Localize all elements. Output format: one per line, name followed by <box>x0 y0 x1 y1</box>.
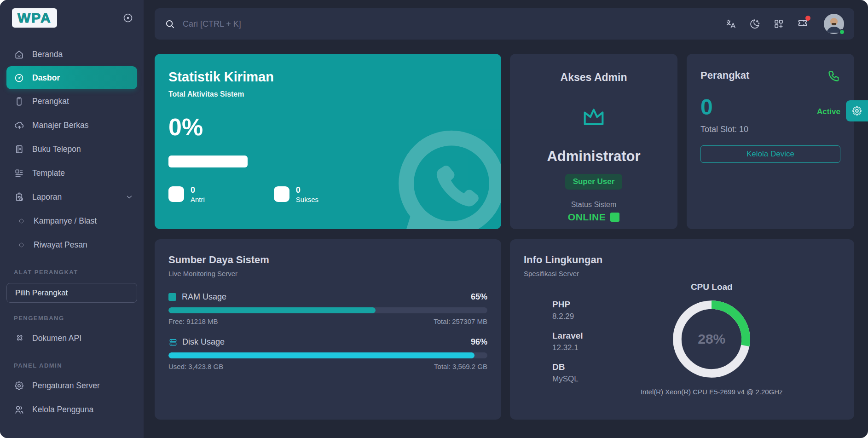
ram-percent: 65% <box>471 292 487 302</box>
sidebar-item-label: Perangkat <box>32 97 69 106</box>
device-count: 0 <box>700 96 713 118</box>
spec-php: PHP 8.2.29 <box>552 300 583 321</box>
online-text: ONLINE <box>568 212 606 223</box>
kelola-device-button[interactable]: Kelola Device <box>700 145 840 163</box>
disk-icon <box>168 338 178 347</box>
sidebar-item-label: Pengaturan Server <box>32 381 100 391</box>
sidebar-item-template[interactable]: Template <box>0 161 144 185</box>
cpu-donut: 28% <box>672 300 751 379</box>
app-logo[interactable]: WPA <box>12 8 57 28</box>
sidebar-item-label: Kampanye / Blast <box>34 216 97 226</box>
info-lingkungan-card: Info Lingkungan Spesifikasi Server PHP 8… <box>510 239 854 420</box>
phone-icon <box>827 69 840 82</box>
sidebar: WPA Beranda Dasbor Perangkat Manajer Ber… <box>0 0 144 438</box>
avatar[interactable] <box>824 14 844 34</box>
statistik-title: Statistik Kiriman <box>168 69 487 85</box>
circle-icon <box>18 242 24 248</box>
sidebar-toggle-icon[interactable] <box>122 12 133 23</box>
section-panel-admin: PANEL ADMIN <box>0 350 144 374</box>
super-user-badge: Super User <box>565 174 623 190</box>
sidebar-item-label: Template <box>32 168 65 178</box>
spec-db: DB MySQL <box>552 362 583 384</box>
disk-label: Disk Usage <box>182 337 225 347</box>
topbar <box>155 8 854 40</box>
sidebar-menu: Beranda Dasbor Perangkat Manajer Berkas … <box>0 42 144 421</box>
sidebar-item-label: Beranda <box>32 50 63 59</box>
settings-fab[interactable] <box>846 100 868 121</box>
device-select[interactable]: Pilih Perangkat <box>6 283 137 303</box>
sidebar-item-label: Kelola Pengguna <box>32 405 93 415</box>
spec-laravel: Laravel 12.32.1 <box>552 331 583 352</box>
sidebar-item-label: Riwayat Pesan <box>34 240 87 250</box>
sumber-subtitle: Live Monitoring Server <box>168 270 487 277</box>
sidebar-item-riwayat-pesan[interactable]: Riwayat Pesan <box>0 233 144 257</box>
ram-free: Free: 91218 MB <box>168 317 218 325</box>
perangkat-card: Perangkat 0 Active Total Slot: 10 Kelola… <box>687 54 854 229</box>
admin-role: Administrator <box>547 148 640 165</box>
sidebar-header: WPA <box>0 0 144 32</box>
report-clock-icon <box>14 192 24 202</box>
server-specs: PHP 8.2.29 Laravel 12.32.1 DB MySQL <box>552 300 583 396</box>
home-icon <box>14 49 24 60</box>
topbar-actions <box>725 14 844 34</box>
gear-icon <box>14 380 24 391</box>
sidebar-item-dokumen-api[interactable]: Dokumen API <box>0 326 144 350</box>
template-icon <box>14 168 24 179</box>
info-subtitle: Spesifikasi Server <box>524 270 840 277</box>
app-root: WPA Beranda Dasbor Perangkat Manajer Ber… <box>0 0 868 438</box>
sumber-daya-card: Sumber Daya Sistem Live Monitoring Serve… <box>155 239 501 420</box>
sidebar-item-pengaturan-server[interactable]: Pengaturan Server <box>0 374 144 398</box>
online-square-icon <box>610 213 619 222</box>
sidebar-item-kampanye-blast[interactable]: Kampanye / Blast <box>0 209 144 233</box>
crown-icon <box>580 103 607 130</box>
ram-label: RAM Usage <box>182 292 226 302</box>
gear-icon <box>851 105 862 116</box>
sidebar-item-beranda[interactable]: Beranda <box>0 42 144 66</box>
sidebar-item-label: Manajer Berkas <box>32 121 89 130</box>
search-box[interactable] <box>165 19 725 29</box>
apps-plus-icon[interactable] <box>773 18 784 29</box>
contact-book-icon <box>14 144 24 155</box>
notification-dot <box>805 16 810 21</box>
search-input[interactable] <box>183 19 376 29</box>
gauge-icon <box>14 73 24 83</box>
device-active-label: Active <box>817 107 840 116</box>
sidebar-item-label: Dokumen API <box>32 334 81 343</box>
sidebar-item-laporan[interactable]: Laporan <box>0 185 144 209</box>
moon-stars-icon[interactable] <box>749 18 760 29</box>
stat-square-icon <box>274 186 289 202</box>
sidebar-item-buku-telepon[interactable]: Buku Telepon <box>0 137 144 161</box>
sidebar-item-manajer-berkas[interactable]: Manajer Berkas <box>0 113 144 137</box>
sidebar-item-label: Laporan <box>32 192 117 202</box>
cpu-percent: 28% <box>672 300 751 379</box>
sidebar-item-perangkat[interactable]: Perangkat <box>0 89 144 113</box>
disk-progress-fill <box>168 352 475 358</box>
chevron-down-icon <box>125 193 133 201</box>
users-icon <box>14 404 24 415</box>
ram-total: Total: 257307 MB <box>434 317 487 325</box>
sidebar-item-dasbor[interactable]: Dasbor <box>6 66 137 89</box>
stat-antri-label: Antri <box>191 196 205 203</box>
akses-title: Akses Admin <box>561 71 627 84</box>
sidebar-item-label: Dasbor <box>32 73 60 83</box>
info-title: Info Lingkungan <box>524 254 840 266</box>
disk-total: Total: 3,569.2 GB <box>434 363 487 370</box>
circle-icon <box>18 218 24 224</box>
language-icon[interactable] <box>725 18 736 29</box>
statistik-kiriman-card: Statistik Kiriman Total Aktivitas Sistem… <box>155 54 501 229</box>
section-pengembang: PENGEMBANG <box>0 303 144 326</box>
whatsapp-watermark-icon <box>382 119 501 229</box>
akses-admin-card: Akses Admin Administrator Super User Sta… <box>510 54 677 229</box>
cpu-load-title: CPU Load <box>691 282 733 292</box>
notifications-button[interactable] <box>797 17 808 30</box>
disk-percent: 96% <box>471 337 487 347</box>
sidebar-item-kelola-pengguna[interactable]: Kelola Pengguna <box>0 398 144 421</box>
disk-used: Used: 3,423.8 GB <box>168 363 223 370</box>
section-alat-perangkat: ALAT PERANGKAT <box>0 257 144 280</box>
online-status: ONLINE <box>568 212 619 223</box>
search-icon <box>165 19 175 29</box>
cpu-model: Intel(R) Xeon(R) CPU E5-2699 v4 @ 2.20GH… <box>641 388 783 396</box>
avatar-online-dot <box>839 29 845 35</box>
status-sistem-label: Status Sistem <box>571 201 617 209</box>
api-icon <box>14 333 24 344</box>
